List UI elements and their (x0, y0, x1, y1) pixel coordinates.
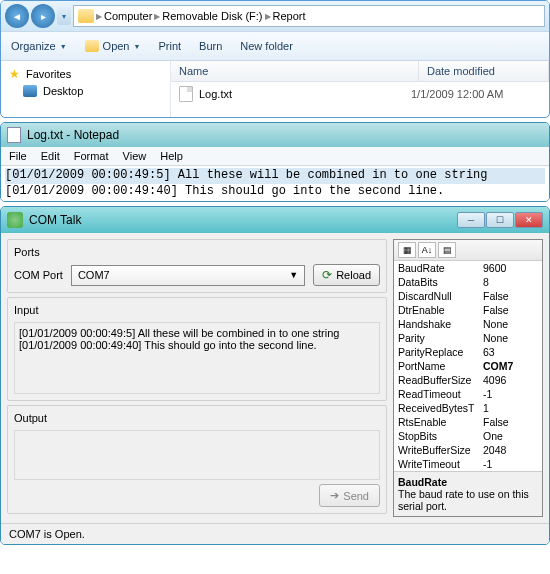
propgrid-toolbar: ▦ A↓ ▤ (394, 240, 542, 261)
property-grid: ▦ A↓ ▤ BaudRate9600DataBits8DiscardNullF… (393, 239, 543, 517)
sort-button[interactable]: A↓ (418, 242, 436, 258)
column-headers: Name Date modified (171, 61, 549, 82)
property-row[interactable]: ParityNone (394, 331, 542, 345)
back-button[interactable]: ◄ (5, 4, 29, 28)
history-dropdown[interactable]: ▾ (57, 7, 71, 25)
property-row[interactable]: StopBitsOne (394, 429, 542, 443)
property-row[interactable]: PortNameCOM7 (394, 359, 542, 373)
property-key: PortName (398, 360, 483, 372)
property-value: 63 (483, 346, 538, 358)
property-key: WriteBufferSize (398, 444, 483, 456)
input-area[interactable]: [01/01/2009 00:00:49:5] All these will b… (14, 322, 380, 394)
ports-group: Ports COM Port COM7 ▼ ⟳Reload (7, 239, 387, 293)
property-row[interactable]: WriteBufferSize2048 (394, 443, 542, 457)
property-key: StopBits (398, 430, 483, 442)
breadcrumb-item[interactable]: Removable Disk (F:) (162, 10, 262, 22)
property-key: ReadBufferSize (398, 374, 483, 386)
property-row[interactable]: HandshakeNone (394, 317, 542, 331)
property-value: 2048 (483, 444, 538, 456)
sidebar: ★Favorites Desktop (1, 61, 171, 117)
menu-format[interactable]: Format (74, 150, 109, 162)
menu-file[interactable]: File (9, 150, 27, 162)
property-row[interactable]: DtrEnableFalse (394, 303, 542, 317)
file-row[interactable]: Log.txt 1/1/2009 12:00 AM (171, 82, 549, 106)
address-bar[interactable]: ▶ Computer ▶ Removable Disk (F:) ▶ Repor… (73, 5, 545, 27)
property-key: RtsEnable (398, 416, 483, 428)
input-line: [01/01/2009 00:00:49:5] All these will b… (19, 327, 375, 339)
breadcrumb-item[interactable]: Computer (104, 10, 152, 22)
notepad-icon (7, 127, 21, 143)
property-value: 1 (483, 402, 538, 414)
chevron-right-icon: ▶ (154, 12, 160, 21)
menu-view[interactable]: View (123, 150, 147, 162)
minimize-button[interactable]: ─ (457, 212, 485, 228)
property-key: Handshake (398, 318, 483, 330)
property-row[interactable]: RtsEnableFalse (394, 415, 542, 429)
new-folder-button[interactable]: New folder (240, 40, 293, 52)
burn-button[interactable]: Burn (199, 40, 222, 52)
property-row[interactable]: ParityReplace63 (394, 345, 542, 359)
comport-select[interactable]: COM7 ▼ (71, 265, 305, 286)
file-list: Name Date modified Log.txt 1/1/2009 12:0… (171, 61, 549, 117)
desc-title: BaudRate (398, 476, 538, 488)
send-button[interactable]: ➔Send (319, 484, 380, 507)
property-row[interactable]: WriteTimeout-1 (394, 457, 542, 471)
reload-icon: ⟳ (322, 268, 332, 282)
arrow-right-icon: ➔ (330, 489, 339, 502)
property-key: BaudRate (398, 262, 483, 274)
star-icon: ★ (9, 67, 20, 81)
property-row[interactable]: DataBits8 (394, 275, 542, 289)
output-label: Output (14, 412, 380, 424)
column-date[interactable]: Date modified (419, 61, 549, 81)
property-row[interactable]: ReadBufferSize4096 (394, 373, 542, 387)
property-key: ReceivedBytesT (398, 402, 483, 414)
input-group: Input [01/01/2009 00:00:49:5] All these … (7, 297, 387, 401)
property-key: DataBits (398, 276, 483, 288)
desktop-icon (23, 85, 37, 97)
maximize-button[interactable]: ☐ (486, 212, 514, 228)
window-title: Log.txt - Notepad (27, 128, 119, 142)
property-value: COM7 (483, 360, 538, 372)
property-key: ReadTimeout (398, 388, 483, 400)
property-value: None (483, 332, 538, 344)
property-row[interactable]: BaudRate9600 (394, 261, 542, 275)
reload-button[interactable]: ⟳Reload (313, 264, 380, 286)
categorize-button[interactable]: ▦ (398, 242, 416, 258)
menu-help[interactable]: Help (160, 150, 183, 162)
sidebar-desktop[interactable]: Desktop (9, 83, 162, 99)
property-value: -1 (483, 458, 538, 470)
property-value: False (483, 416, 538, 428)
notepad-window: Log.txt - Notepad File Edit Format View … (0, 122, 550, 202)
title-bar[interactable]: Log.txt - Notepad (1, 123, 549, 147)
organize-button[interactable]: Organize▼ (11, 40, 67, 52)
property-row[interactable]: ReadTimeout-1 (394, 387, 542, 401)
folder-icon (78, 9, 94, 23)
chevron-right-icon: ▶ (96, 12, 102, 21)
property-value: One (483, 430, 538, 442)
property-value: 9600 (483, 262, 538, 274)
input-line: [01/01/2009 00:00:49:40] This should go … (19, 339, 375, 351)
desc-text: The baud rate to use on this serial port… (398, 488, 538, 512)
favorites-header[interactable]: ★Favorites (9, 65, 162, 83)
comport-label: COM Port (14, 269, 63, 281)
column-name[interactable]: Name (171, 61, 419, 81)
text-area[interactable]: [01/01/2009 00:00:49:5] All these will b… (1, 166, 549, 201)
print-button[interactable]: Print (158, 40, 181, 52)
ports-label: Ports (14, 246, 380, 258)
output-area[interactable] (14, 430, 380, 480)
open-button[interactable]: Open▼ (85, 40, 141, 52)
menu-edit[interactable]: Edit (41, 150, 60, 162)
text-file-icon (179, 86, 193, 102)
status-bar: COM7 is Open. (1, 523, 549, 544)
property-row[interactable]: DiscardNullFalse (394, 289, 542, 303)
breadcrumb-item[interactable]: Report (273, 10, 306, 22)
property-value: 8 (483, 276, 538, 288)
props-button[interactable]: ▤ (438, 242, 456, 258)
forward-button[interactable]: ▸ (31, 4, 55, 28)
property-value: None (483, 318, 538, 330)
property-key: DtrEnable (398, 304, 483, 316)
title-bar[interactable]: COM Talk ─ ☐ ✕ (1, 207, 549, 233)
chevron-down-icon: ▼ (289, 270, 298, 280)
close-button[interactable]: ✕ (515, 212, 543, 228)
property-row[interactable]: ReceivedBytesT1 (394, 401, 542, 415)
